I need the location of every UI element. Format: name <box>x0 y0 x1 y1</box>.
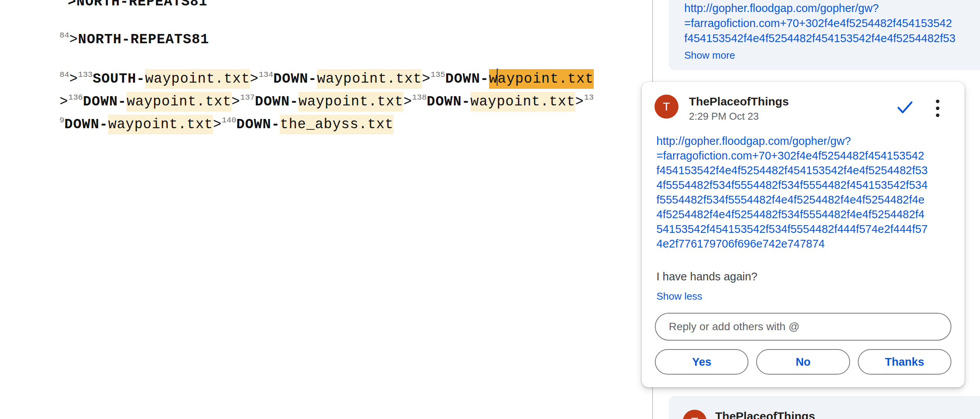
doc-text-segment: 138 <box>412 93 427 102</box>
doc-text-segment: 136 <box>68 93 83 102</box>
doc-text-segment: waypoint.txt <box>145 69 250 89</box>
comment-link-line[interactable]: 4f5554482f534f5554482f534f5554482f454153… <box>656 178 928 192</box>
more-vert-icon[interactable] <box>931 97 944 119</box>
comment-link-line[interactable]: http://gopher.floodgap.com/gopher/gw? <box>684 1 956 16</box>
doc-text-segment: > <box>69 32 78 47</box>
comment-card-previous[interactable]: http://gopher.floodgap.com/gopher/gw?=fa… <box>669 0 980 70</box>
doc-text-segment: DOWN- <box>273 71 317 87</box>
doc-text-segment: > <box>213 117 222 132</box>
doc-text-segment: 9 <box>60 116 65 125</box>
doc-text-segment: 140 <box>222 116 237 125</box>
doc-text-segment: SOUTH- <box>93 71 145 87</box>
comment-link-line[interactable]: 4e2f776179706f696e742e747874 <box>656 236 928 251</box>
app-window: >NORTH-REPEATS81 84>NORTH-REPEATS81 84>1… <box>0 0 980 419</box>
comment-author: ThePlaceofThings <box>689 95 789 108</box>
comment-link-line[interactable]: http://gopher.floodgap.com/gopher/gw? <box>656 134 928 148</box>
resolve-comment-button[interactable] <box>895 98 915 117</box>
doc-text-segment: 84 <box>60 70 69 79</box>
comment-message: I have hands again? <box>656 270 757 283</box>
comment-card-next[interactable]: T ThePlaceofThings <box>669 396 980 419</box>
doc-text-segment: DOWN- <box>65 117 108 132</box>
doc-text-segment: > <box>69 71 78 87</box>
comment-link-text: http://gopher.floodgap.com/gopher/gw?=fa… <box>656 134 928 251</box>
doc-text-segment: w <box>489 69 498 89</box>
doc-text-segment: NORTH-REPEATS81 <box>78 32 209 47</box>
check-icon <box>895 98 915 117</box>
doc-text-segment: 137 <box>240 93 255 102</box>
doc-text-segment: DOWN- <box>445 71 489 87</box>
doc-heading-line: 84>NORTH-REPEATS81 <box>60 31 209 47</box>
comment-link-line[interactable]: f454153542f4e4f5254482f454153542f4e4f525… <box>656 163 928 178</box>
comment-link-line[interactable]: =farragofiction.com+70+302f4e4f5254482f4… <box>684 16 956 31</box>
doc-path-paragraph[interactable]: 84>133SOUTH-waypoint.txt>134DOWN-waypoin… <box>60 66 632 134</box>
document-page[interactable]: >NORTH-REPEATS81 84>NORTH-REPEATS81 84>1… <box>0 0 652 419</box>
comment-timestamp: 2:29 PM Oct 23 <box>689 110 759 122</box>
show-less-link[interactable]: Show less <box>656 290 702 302</box>
comment-author: ThePlaceofThings <box>715 410 815 419</box>
doc-text-segment: the_abyss.txt <box>280 115 394 134</box>
doc-text-segment: > <box>250 71 259 87</box>
doc-text-segment: > <box>575 94 584 110</box>
comment-link-line[interactable]: 4f5254482f4e4f5254482f534f5554482f4e4f52… <box>656 207 928 222</box>
doc-text-segment: waypoint.txt <box>470 92 575 112</box>
doc-text-segment: 13 <box>584 93 594 102</box>
doc-text-segment: 134 <box>259 70 273 79</box>
suggested-reply-button[interactable]: Yes <box>655 349 748 375</box>
suggested-replies: YesNoThanks <box>655 349 951 375</box>
reply-input[interactable] <box>655 313 951 341</box>
doc-text-segment: waypoint.txt <box>317 69 422 89</box>
suggested-reply-button[interactable]: Thanks <box>858 349 951 375</box>
avatar: T <box>683 410 707 419</box>
doc-text-segment: waypoint.txt <box>126 92 231 112</box>
doc-text-segment: DOWN- <box>236 117 280 132</box>
doc-text-segment: 84 <box>60 31 69 40</box>
doc-text-segment: DOWN- <box>83 94 126 110</box>
comment-link-line[interactable]: =farragofiction.com+70+302f4e4f5254482f4… <box>656 148 928 163</box>
doc-text-segment: > <box>422 71 431 87</box>
comment-link-text: http://gopher.floodgap.com/gopher/gw?=fa… <box>684 1 956 46</box>
doc-partial-line: >NORTH-REPEATS81 <box>68 0 208 10</box>
doc-text-segment: > <box>403 94 412 110</box>
suggested-reply-button[interactable]: No <box>756 349 850 375</box>
doc-text-segment: 135 <box>431 70 445 79</box>
comment-link-line[interactable]: f5554482f534f5554482f4e4f5254482f4e4f525… <box>656 192 928 207</box>
comment-card-active: T ThePlaceofThings 2:29 PM Oct 23 http:/… <box>642 82 965 387</box>
doc-text-segment: waypoint.txt <box>298 92 403 112</box>
comment-link-line[interactable]: 54153542f454153542f534f5554482f444f574e2… <box>656 222 928 236</box>
avatar: T <box>654 95 678 119</box>
comment-link-line[interactable]: f454153542f4e4f5254482f454153542f4e4f525… <box>684 31 956 46</box>
doc-text-segment: DOWN- <box>427 94 470 110</box>
doc-text-segment: aypoint.txt <box>498 69 594 89</box>
doc-text-segment: > <box>232 94 240 110</box>
doc-text-segment: waypoint.txt <box>108 115 213 134</box>
doc-text-segment: > <box>60 94 68 110</box>
doc-text-segment: DOWN- <box>255 94 298 110</box>
doc-text-segment: 133 <box>78 70 93 79</box>
show-more-link[interactable]: Show more <box>684 49 735 61</box>
